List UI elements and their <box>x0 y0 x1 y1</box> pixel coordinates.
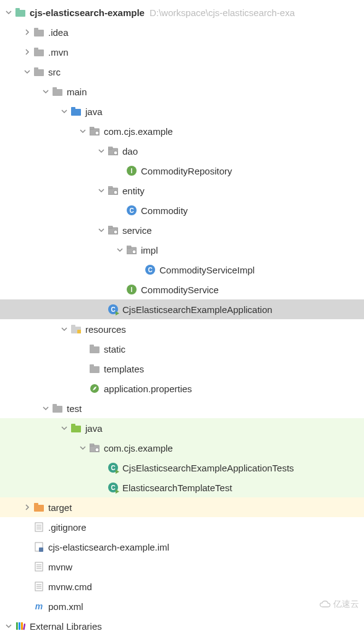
libraries-icon <box>15 620 26 631</box>
tree-label: com.cjs.example <box>104 443 173 453</box>
tree-row-pkg-test[interactable]: com.cjs.example <box>0 438 364 458</box>
chevron-down-icon[interactable] <box>21 69 33 75</box>
svg-rect-61 <box>16 622 18 630</box>
chevron-right-icon[interactable] <box>21 29 33 35</box>
tree-row-mvnw[interactable]: • mvnw <box>0 557 364 577</box>
chevron-down-icon[interactable] <box>58 326 70 332</box>
tree-row-commodity-service[interactable]: • I CommodityService <box>0 280 364 299</box>
svg-rect-10 <box>71 109 81 116</box>
tree-row-dao[interactable]: dao <box>0 141 364 161</box>
tree-row-pkg-main[interactable]: com.cjs.example <box>0 121 364 141</box>
package-icon <box>108 185 119 196</box>
tree-label: java <box>85 106 103 117</box>
tree-row-mvnw-cmd[interactable]: • mvnw.cmd <box>0 577 364 596</box>
runnable-test-class-icon: C <box>108 462 119 473</box>
cloud-icon <box>320 600 331 609</box>
runnable-test-class-icon: C <box>108 482 119 493</box>
source-folder-icon <box>70 106 82 117</box>
package-icon <box>108 145 119 157</box>
tree-row-service[interactable]: service <box>0 220 364 240</box>
svg-rect-3 <box>34 28 38 30</box>
tree-row-es-template-test[interactable]: • C ElasticsearchTemplateTest <box>0 478 364 497</box>
svg-rect-7 <box>34 67 38 70</box>
tree-label: static <box>104 344 125 354</box>
chevron-down-icon[interactable] <box>95 148 108 154</box>
tree-row-java-test[interactable]: java <box>0 418 364 438</box>
svg-point-17 <box>114 151 117 155</box>
class-icon: C <box>126 205 137 216</box>
svg-rect-37 <box>53 404 57 406</box>
chevron-down-icon[interactable] <box>40 88 52 95</box>
chevron-down-icon[interactable] <box>58 108 70 114</box>
chevron-down-icon[interactable] <box>114 247 126 253</box>
excluded-folder-icon <box>33 502 44 513</box>
svg-rect-52 <box>39 547 43 552</box>
tree-row-cjs-app-tests[interactable]: • C CjsElasticsearchExampleApplicationTe… <box>0 458 364 478</box>
tree-label: .mvn <box>48 47 69 58</box>
chevron-down-icon[interactable] <box>2 9 15 15</box>
chevron-down-icon[interactable] <box>2 623 15 629</box>
tree-row-app-props[interactable]: • application.properties <box>0 379 364 398</box>
tree-label: CommodityRepository <box>141 166 232 176</box>
project-tree[interactable]: cjs-elasticsearch-example D:\workspace\c… <box>0 0 364 631</box>
chevron-down-icon[interactable] <box>77 445 89 451</box>
chevron-right-icon[interactable] <box>21 49 33 55</box>
tree-label: CommodityServiceImpl <box>159 265 255 275</box>
tree-row-mvn[interactable]: .mvn <box>0 42 364 62</box>
tree-row-resources[interactable]: resources <box>0 319 364 339</box>
chevron-down-icon[interactable] <box>58 425 70 431</box>
svg-rect-31 <box>90 346 99 353</box>
tree-row-external-libs[interactable]: External Libraries <box>0 616 364 631</box>
tree-label: service <box>122 225 152 236</box>
folder-icon <box>33 46 44 58</box>
tree-label: templates <box>104 364 144 374</box>
tree-row-root[interactable]: cjs-elasticsearch-example D:\workspace\c… <box>0 2 364 22</box>
svg-rect-30 <box>77 330 81 333</box>
text-file-icon <box>33 581 44 592</box>
tree-row-test[interactable]: test <box>0 398 364 418</box>
tree-row-java-main[interactable]: java <box>0 101 364 121</box>
tree-row-cjs-app[interactable]: • C CjsElasticsearchExampleApplication <box>0 299 364 319</box>
svg-rect-11 <box>71 107 75 109</box>
tree-row-static[interactable]: • static <box>0 339 364 359</box>
root-path: D:\workspace\cjs-elasticsearch-exa <box>150 7 295 18</box>
spring-properties-icon <box>89 383 100 394</box>
tree-row-pom[interactable]: • m pom.xml <box>0 596 364 616</box>
tree-row-commodity-repository[interactable]: • I CommodityRepository <box>0 161 364 181</box>
tree-label: main <box>67 87 87 97</box>
chevron-down-icon[interactable] <box>77 128 89 134</box>
svg-rect-36 <box>53 406 62 413</box>
tree-label: External Libraries <box>30 621 102 632</box>
svg-rect-32 <box>90 345 94 347</box>
tree-label: .gitignore <box>48 522 87 533</box>
tree-row-src[interactable]: src <box>0 62 364 82</box>
tree-row-templates[interactable]: • templates <box>0 359 364 379</box>
tree-row-commodity-service-impl[interactable]: • C CommodityServiceImpl <box>0 260 364 280</box>
tree-row-main[interactable]: main <box>0 82 364 101</box>
svg-rect-46 <box>34 503 38 505</box>
tree-row-impl[interactable]: impl <box>0 240 364 260</box>
svg-rect-9 <box>53 87 57 90</box>
test-source-folder-icon <box>70 423 82 434</box>
svg-point-14 <box>95 131 99 135</box>
tree-row-target[interactable]: target <box>0 497 364 517</box>
tree-row-entity[interactable]: entity <box>0 181 364 200</box>
resources-folder-icon <box>70 324 82 335</box>
tree-row-commodity[interactable]: • C Commodity <box>0 200 364 220</box>
svg-rect-39 <box>71 424 75 426</box>
svg-marker-43 <box>116 470 119 474</box>
chevron-right-icon[interactable] <box>21 504 33 510</box>
svg-point-26 <box>132 250 136 254</box>
svg-rect-6 <box>34 69 44 76</box>
tree-row-idea[interactable]: .idea <box>0 22 364 42</box>
chevron-down-icon[interactable] <box>95 187 108 194</box>
svg-rect-45 <box>34 505 44 512</box>
svg-rect-63 <box>21 622 23 630</box>
svg-rect-19 <box>108 186 112 189</box>
chevron-down-icon[interactable] <box>95 227 108 233</box>
chevron-down-icon[interactable] <box>40 405 52 411</box>
tree-row-gitignore[interactable]: • .gitignore <box>0 517 364 537</box>
svg-rect-13 <box>90 127 94 129</box>
tree-row-iml[interactable]: • cjs-elasticsearch-example.iml <box>0 537 364 557</box>
tree-label: src <box>48 67 61 77</box>
